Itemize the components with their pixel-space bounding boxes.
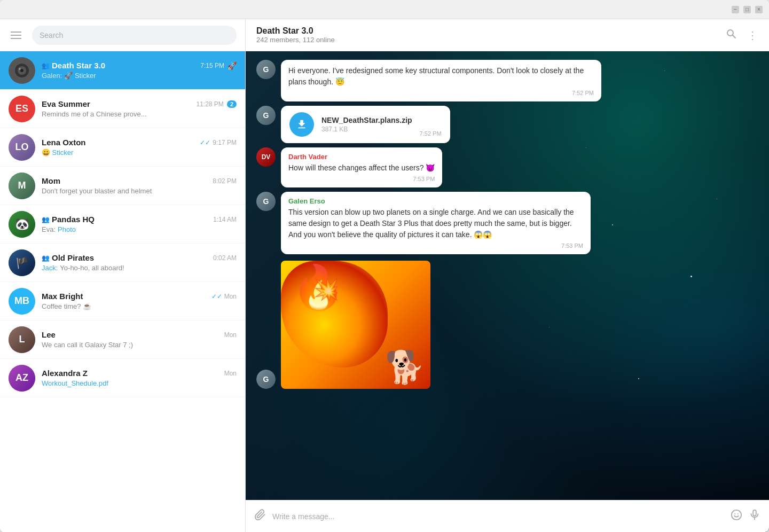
chat-info: 👥 Old Pirates 0:02 AM Jack: Yo-ho-ho, al… [42, 253, 237, 272]
file-info: NEW_DeathStar.plans.zip 387.1 KB [321, 116, 412, 133]
message-row: G Galen Erso This version can blow up tw… [256, 192, 758, 254]
chat-input-area [246, 500, 769, 532]
download-icon[interactable] [289, 112, 314, 137]
message-bubble: Hi everyone. I've redesigned some key st… [281, 60, 601, 101]
sidebar: 👥 Death Star 3.0 7:15 PM 🚀 Galen: 🚀 Stic… [0, 19, 246, 532]
close-button[interactable]: × [755, 6, 763, 13]
chat-info: Lee Mon We can call it Galaxy Star 7 ;) [42, 330, 237, 349]
chat-time: Mon [224, 370, 237, 377]
chat-time: 9:17 PM [213, 139, 237, 146]
file-message-bubble: NEW_DeathStar.plans.zip 387.1 KB 7:52 PM [281, 106, 450, 143]
chat-header-name: Death Star 3.0 [256, 26, 335, 36]
chat-header-actions: ⋮ [726, 28, 758, 42]
chat-list: 👥 Death Star 3.0 7:15 PM 🚀 Galen: 🚀 Stic… [0, 51, 245, 532]
message-text: Hi everyone. I've redesigned some key st… [288, 65, 594, 88]
chat-info: Max Bright ✓✓ Mon Coffee time? ☕ [42, 292, 237, 310]
svg-rect-9 [753, 510, 756, 516]
chat-name-row: Alexandra Z Mon [42, 369, 237, 378]
chat-preview: Reminds me of a Chinese prove... [42, 110, 237, 118]
chat-name: Mom [42, 176, 60, 185]
message-bubble: Galen Erso This version can blow up two … [281, 192, 591, 254]
emoji-button[interactable] [731, 509, 742, 523]
chat-item-pandas-hq[interactable]: 🐼 👥 Pandas HQ 1:14 AM Eva: Photo [0, 205, 245, 244]
chat-item-lena-oxton[interactable]: LO Lena Oxton ✓✓ 9:17 PM 😀 Sticker [0, 128, 245, 167]
chat-item-mom[interactable]: M Mom 8:02 PM Don't forget your blaster … [0, 167, 245, 205]
chat-time: Mon [224, 331, 237, 339]
window-controls: − □ × [732, 6, 763, 13]
search-chat-button[interactable] [726, 28, 736, 42]
chat-info: Mom 8:02 PM Don't forget your blaster an… [42, 176, 237, 195]
title-bar: − □ × [0, 0, 769, 19]
chat-item-max-bright[interactable]: MB Max Bright ✓✓ Mon Coffee time? ☕ [0, 282, 245, 320]
search-box[interactable] [32, 26, 237, 45]
chat-time: 1:14 AM [213, 216, 237, 223]
avatar [9, 57, 35, 84]
message-row: G NEW_DeathStar.plans.zip 387.1 KB 7:52 [256, 106, 758, 143]
chat-info: Alexandra Z Mon Workout_Shedule.pdf [42, 369, 237, 387]
chat-preview: Eva: Photo [42, 225, 237, 233]
minimize-button[interactable]: − [732, 6, 739, 13]
chat-name-row: Lee Mon [42, 330, 237, 339]
chat-preview: Don't forget your blaster and helmet [42, 187, 237, 195]
chat-item-old-pirates[interactable]: 🏴 👥 Old Pirates 0:02 AM Jack: Yo [0, 244, 245, 282]
chat-preview: Workout_Shedule.pdf [42, 379, 237, 387]
svg-line-5 [733, 35, 735, 38]
message-bubble: Darth Vader How will these changes affec… [281, 147, 442, 187]
message-time: 7:53 PM [288, 242, 583, 249]
app-window: − □ × [0, 0, 769, 532]
chat-name-row: 👥 Death Star 3.0 7:15 PM 🚀 [42, 61, 237, 70]
message-input[interactable] [272, 512, 724, 521]
main-layout: 👥 Death Star 3.0 7:15 PM 🚀 Galen: 🚀 Stic… [0, 19, 769, 532]
unread-badge: 2 [227, 100, 237, 108]
chat-name: Eva Summer [42, 99, 90, 108]
chat-item-alexandra-z[interactable]: AZ Alexandra Z Mon Workout_Shedule.pdf [0, 359, 245, 397]
avatar: MB [9, 288, 35, 315]
attach-button[interactable] [254, 509, 266, 523]
chat-name-row: Lena Oxton ✓✓ 9:17 PM [42, 138, 237, 147]
message-avatar: G [256, 370, 276, 389]
file-size: 387.1 KB [321, 126, 412, 133]
message-time: 7:52 PM [288, 90, 594, 96]
chat-time: 7:15 PM [200, 62, 224, 69]
microphone-button[interactable] [749, 509, 760, 523]
message-text: How will these changes affect the users?… [288, 162, 435, 174]
message-time: 7:53 PM [288, 176, 435, 182]
chat-preview: We can call it Galaxy Star 7 ;) [42, 341, 237, 349]
chat-preview: 😀 Sticker [42, 148, 237, 157]
chat-time: Mon [224, 293, 237, 300]
chat-info: Eva Summer 11:28 PM 2 Reminds me of a Ch… [42, 99, 237, 118]
chat-name: Lee [42, 330, 56, 339]
avatar: ES [9, 96, 35, 122]
sidebar-header [0, 19, 245, 51]
chat-item-eva-summer[interactable]: ES Eva Summer 11:28 PM 2 Reminds me of a… [0, 90, 245, 128]
chat-name: 👥 Old Pirates [42, 253, 94, 262]
svg-point-6 [732, 510, 741, 520]
chat-name: 👥 Pandas HQ [42, 215, 95, 224]
message-time: 7:52 PM [420, 130, 442, 137]
chat-item-death-star[interactable]: 👥 Death Star 3.0 7:15 PM 🚀 Galen: 🚀 Stic… [0, 51, 245, 90]
maximize-button[interactable]: □ [743, 6, 751, 13]
rocket-icon: 🚀 [227, 61, 237, 70]
sender-name: Darth Vader [288, 153, 435, 161]
chat-name-row: Max Bright ✓✓ Mon [42, 292, 237, 301]
message-row: G Hi everyone. I've redesigned some key … [256, 60, 758, 101]
more-options-button[interactable]: ⋮ [747, 29, 758, 42]
chat-preview: Coffee time? ☕ [42, 302, 237, 310]
read-check-icon: ✓✓ [200, 139, 210, 146]
read-check-icon: ✓✓ [211, 293, 222, 300]
message-avatar: G [256, 192, 276, 211]
svg-point-2 [20, 69, 23, 72]
chat-name: 👥 Death Star 3.0 [42, 61, 105, 70]
avatar: AZ [9, 365, 35, 392]
search-input[interactable] [40, 31, 229, 40]
chat-item-lee[interactable]: L Lee Mon We can call it Galaxy Star 7 ;… [0, 320, 245, 359]
avatar: 🏴 [9, 249, 35, 276]
chat-name-row: Mom 8:02 PM [42, 176, 237, 185]
message-avatar: G [256, 60, 276, 79]
avatar: LO [9, 134, 35, 161]
menu-button[interactable] [9, 29, 23, 41]
sender-name: Galen Erso [288, 197, 583, 205]
svg-point-7 [734, 513, 735, 514]
chat-name-row: 👥 Old Pirates 0:02 AM [42, 253, 237, 262]
chat-info: Lena Oxton ✓✓ 9:17 PM 😀 Sticker [42, 138, 237, 157]
